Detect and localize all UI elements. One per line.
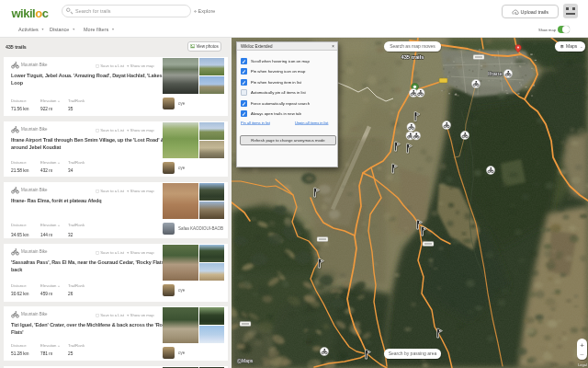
svg-text:−: − — [580, 351, 584, 359]
svg-text:Search as map moves: Search as map moves — [390, 43, 435, 49]
svg-text:+: + — [580, 341, 584, 350]
svg-text:Legal: Legal — [578, 362, 587, 367]
svg-text:Maps: Maps — [566, 43, 578, 49]
svg-text:435 trails: 435 trails — [401, 54, 424, 60]
svg-text:Ifrane: Ifrane — [488, 70, 503, 76]
svg-text:Search by passing area: Search by passing area — [389, 351, 437, 356]
svg-text:⌄: ⌄ — [580, 44, 583, 49]
svg-text:ⒸMaps: ⒸMaps — [237, 358, 254, 363]
